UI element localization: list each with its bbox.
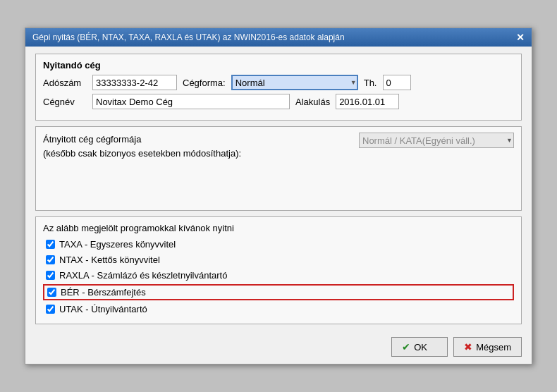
cegforma-label: Cégforma: — [183, 78, 226, 88]
section-atnyitott: Átnyitott cég cégformája (később csak bi… — [35, 126, 522, 211]
label-ber: BÉR - Bérszámfejtés — [61, 287, 146, 298]
cegforma-dropdown-wrapper: ▼ — [231, 75, 358, 90]
atnyitott-select-wrap: ▼ — [359, 133, 514, 148]
checkbox-ber[interactable] — [47, 288, 56, 297]
program-row-utak: UTAK - Útnyilvántartó — [43, 302, 514, 316]
cancel-label: Mégsem — [476, 342, 511, 353]
section-programs: Az alább megjelölt programokkal kívánok … — [35, 216, 522, 324]
title-bar: Gépi nyitás (BÉR, NTAX, TAXA, RAXLA és U… — [25, 28, 532, 47]
atnyitott-line2: (később csak bizonyos esetekben módosíth… — [43, 147, 352, 161]
adoszam-row: Adószám Cégforma: ▼ Th. — [43, 75, 514, 90]
atnyitott-line1: Átnyitott cég cégformája — [43, 133, 352, 147]
programs-label: Az alább megjelölt programokkal kívánok … — [43, 223, 514, 233]
programs-list: TAXA - Egyszeres könyvvitelNTAX - Kettős… — [43, 238, 514, 316]
checkbox-utak[interactable] — [46, 305, 55, 314]
th-label: Th. — [364, 78, 377, 88]
nyitando-label: Nyitandó cég — [43, 60, 514, 71]
atnyitott-row: Átnyitott cég cégformája (később csak bi… — [43, 133, 514, 160]
ok-button[interactable]: ✔ OK — [391, 337, 448, 357]
cegnev-label: Cégnév — [43, 97, 92, 107]
alakulas-input[interactable] — [336, 94, 399, 109]
ok-label: OK — [414, 342, 427, 353]
cegnev-row: Cégnév Alakulás — [43, 94, 514, 109]
adoszam-label: Adószám — [43, 78, 92, 88]
buttons-row: ✔ OK ✖ Mégsem — [25, 331, 532, 364]
checkbox-ntax[interactable] — [46, 255, 55, 264]
label-taxa: TAXA - Egyszeres könyvvitel — [59, 239, 176, 250]
main-dialog: Gépi nyitás (BÉR, NTAX, TAXA, RAXLA és U… — [25, 27, 532, 365]
atnyitott-dropdown-wrapper: ▼ — [359, 133, 514, 148]
th-input[interactable] — [383, 75, 411, 90]
dialog-body: Nyitandó cég Adószám Cégforma: ▼ Th. Cég… — [25, 47, 532, 331]
close-button[interactable]: ✕ — [516, 32, 525, 42]
ok-icon: ✔ — [402, 341, 410, 353]
program-row-ber: BÉR - Bérszámfejtés — [43, 284, 514, 300]
label-raxla: RAXLA - Számlázó és készletnyilvántartó — [59, 270, 227, 281]
atnyitott-desc: Átnyitott cég cégformája (később csak bi… — [43, 133, 352, 160]
section-nyitando: Nyitandó cég Adószám Cégforma: ▼ Th. Cég… — [35, 54, 522, 121]
program-row-raxla: RAXLA - Számlázó és készletnyilvántartó — [43, 269, 514, 282]
checkbox-taxa[interactable] — [46, 240, 55, 249]
cegnev-input[interactable] — [92, 94, 290, 109]
cancel-icon: ✖ — [464, 341, 472, 353]
adoszam-input[interactable] — [92, 75, 177, 90]
program-row-ntax: NTAX - Kettős könyvvitel — [43, 253, 514, 267]
atnyitott-select[interactable] — [359, 133, 514, 148]
cegforma-input[interactable] — [231, 75, 358, 90]
program-row-taxa: TAXA - Egyszeres könyvvitel — [43, 238, 514, 251]
cancel-button[interactable]: ✖ Mégsem — [453, 337, 522, 357]
label-ntax: NTAX - Kettős könyvvitel — [59, 255, 160, 265]
dialog-title: Gépi nyitás (BÉR, NTAX, TAXA, RAXLA és U… — [32, 32, 345, 42]
alakulas-label: Alakulás — [295, 97, 330, 107]
label-utak: UTAK - Útnyilvántartó — [59, 304, 147, 314]
checkbox-raxla[interactable] — [46, 271, 55, 280]
